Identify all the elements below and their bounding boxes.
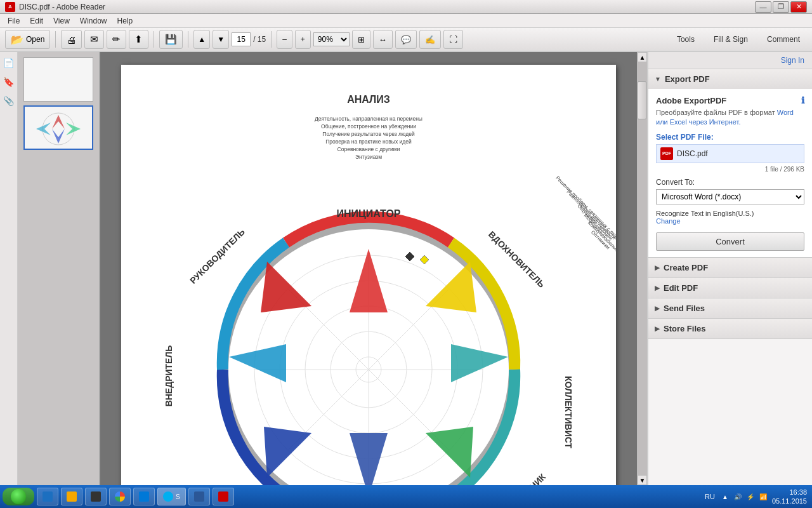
speaker-icon[interactable]: 🔊 (733, 491, 743, 502)
taskbar-file-explorer[interactable] (61, 488, 82, 505)
print-button[interactable]: 🖨 (61, 30, 82, 49)
close-button[interactable]: ✕ (790, 1, 807, 13)
convert-to-label: Convert To: (656, 178, 804, 187)
svg-marker-17 (426, 262, 476, 312)
network-icon[interactable]: ▲ (720, 491, 730, 502)
taskbar-word[interactable] (188, 488, 210, 505)
scroll-up-button[interactable]: ▲ (638, 52, 647, 62)
thumbnail-panel (18, 52, 100, 485)
zoom-out-button[interactable]: – (277, 30, 292, 49)
export-arrow-icon: ▼ (655, 76, 661, 83)
annotate-button[interactable]: ✏ (107, 30, 126, 49)
info-icon[interactable]: ℹ (801, 95, 804, 105)
battery-icon[interactable]: ⚡ (745, 491, 756, 502)
taskbar-media[interactable] (85, 488, 107, 505)
fullscreen-button[interactable]: ⛶ (443, 30, 463, 49)
taskbar: S RU ▲ 🔊 ⚡ 📶 16:38 05.11.2015 (0, 485, 812, 508)
skype-label: S (176, 493, 180, 500)
vertical-scrollbar[interactable]: ▲ ▼ (637, 52, 647, 485)
create-pdf-arrow-icon: ▶ (655, 264, 660, 271)
sign-in-bar: Sign In (648, 52, 812, 69)
signal-icon[interactable]: 📶 (758, 491, 768, 502)
zoom-in-button[interactable]: + (295, 30, 311, 49)
create-pdf-section[interactable]: ▶ Create PDF (648, 258, 812, 278)
clock[interactable]: 16:38 05.11.2015 (772, 488, 809, 506)
export-pdf-body: Adobe ExportPDF ℹ Преобразуйте файлы PDF… (648, 89, 812, 257)
fit-width-button[interactable]: ↔ (373, 30, 393, 49)
window-title: DISC.pdf - Adobe Reader (19, 3, 105, 11)
export-pdf-header[interactable]: ▼ Export PDF (648, 69, 812, 89)
prev-page-button[interactable]: ▲ (193, 30, 210, 49)
taskbar-metro[interactable] (133, 488, 155, 505)
scroll-track[interactable] (638, 62, 647, 475)
menu-edit[interactable]: Edit (25, 15, 48, 27)
toolbar-right: Tools Fill & Sign Comment (670, 32, 807, 47)
edit-pdf-arrow-icon: ▶ (655, 284, 660, 291)
acrobat-taskbar-icon (218, 491, 228, 502)
select-pdf-label[interactable]: Select PDF File: (656, 133, 804, 142)
window-controls[interactable]: — ❐ ✕ (755, 1, 807, 13)
thumbnail-2[interactable] (23, 105, 93, 150)
save-button[interactable]: 💾 (159, 30, 183, 49)
svg-text:Получение результатов через лю: Получение результатов через людей (322, 131, 415, 137)
convert-to-select[interactable]: Microsoft Word (*.docx) Microsoft Excel … (656, 189, 804, 204)
svg-text:КОЛЛЕКТИВИСТ: КОЛЛЕКТИВИСТ (563, 376, 573, 449)
skype-icon (163, 491, 173, 502)
taskbar-chrome[interactable] (109, 488, 131, 505)
taskbar-explorer[interactable] (37, 488, 58, 505)
zoom-select[interactable]: 90%100%75%50% (313, 32, 350, 46)
sign-tool-button[interactable]: ✍ (419, 30, 441, 49)
svg-text:ВНЕДРИТЕЛЬ: ВНЕДРИТЕЛЬ (164, 345, 174, 407)
taskbar-skype[interactable]: S (157, 488, 186, 505)
file-name: DISC.pdf (677, 149, 800, 158)
attachments-icon[interactable]: 📎 (2, 94, 16, 108)
convert-button[interactable]: Convert (656, 232, 804, 251)
store-files-section[interactable]: ▶ Store Files (648, 319, 812, 339)
open-button[interactable]: 📂 Open (5, 30, 50, 49)
left-panel: 📄 🔖 📎 (0, 52, 18, 485)
sign-in-link[interactable]: Sign In (781, 56, 804, 65)
email-button[interactable]: ✉ (84, 30, 104, 49)
scroll-thumb[interactable] (638, 81, 646, 119)
edit-pdf-label: Edit PDF (664, 283, 698, 293)
svg-marker-2 (52, 129, 65, 144)
title-bar: A DISC.pdf - Adobe Reader — ❐ ✕ (0, 0, 812, 14)
start-button[interactable] (3, 488, 34, 505)
pdf-file-icon: PDF (660, 147, 673, 160)
comment-button[interactable]: Comment (760, 32, 807, 47)
svg-text:ИНИЦИАТОР: ИНИЦИАТОР (337, 208, 401, 219)
menu-file[interactable]: File (3, 15, 25, 27)
send-files-arrow-icon: ▶ (655, 305, 660, 312)
fit-page-button[interactable]: ⊞ (352, 30, 370, 49)
fill-sign-button[interactable]: Fill & Sign (707, 32, 755, 47)
taskbar-right: RU ▲ 🔊 ⚡ 📶 16:38 05.11.2015 (702, 488, 809, 506)
chrome-icon (115, 491, 125, 502)
minimize-button[interactable]: — (755, 1, 771, 13)
menu-view[interactable]: View (48, 15, 75, 27)
change-link[interactable]: Change (656, 217, 681, 225)
svg-marker-16 (350, 249, 388, 312)
thumbnail-1[interactable] (23, 57, 93, 102)
menu-window[interactable]: Window (75, 15, 112, 27)
svg-marker-22 (229, 344, 286, 382)
bookmarks-icon[interactable]: 🔖 (2, 75, 16, 89)
taskbar-acrobat[interactable] (213, 488, 234, 505)
upload-button[interactable]: ⬆ (129, 30, 148, 49)
pdf-page: АНАЛИЗ (121, 65, 616, 485)
pdf-area[interactable]: АНАЛИЗ (100, 52, 637, 485)
menu-help[interactable]: Help (112, 15, 138, 27)
maximize-button[interactable]: ❐ (773, 1, 789, 13)
date-display: 05.11.2015 (772, 497, 807, 505)
pages-icon[interactable]: 📄 (2, 56, 16, 70)
comment-tool-button[interactable]: 💬 (395, 30, 417, 49)
next-page-button[interactable]: ▼ (213, 30, 229, 49)
language-button[interactable]: RU (702, 493, 717, 500)
page-number-input[interactable] (232, 32, 251, 46)
tools-button[interactable]: Tools (670, 32, 702, 47)
export-description: Преобразуйте файлы PDF в формат Word или… (656, 108, 804, 128)
word-icon (194, 491, 204, 502)
sys-tray: RU ▲ 🔊 ⚡ 📶 (702, 491, 768, 502)
send-files-section[interactable]: ▶ Send Files (648, 298, 812, 319)
scroll-down-button[interactable]: ▼ (638, 475, 647, 485)
edit-pdf-section[interactable]: ▶ Edit PDF (648, 278, 812, 298)
